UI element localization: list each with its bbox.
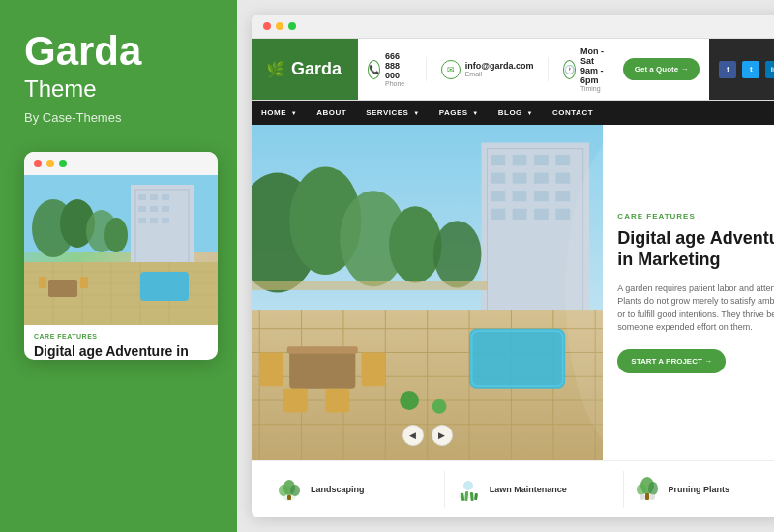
svg-rect-26 — [140, 272, 189, 301]
svg-rect-3 — [138, 194, 146, 200]
svg-rect-97 — [645, 493, 649, 500]
left-panel: Garda Theme By Case-Themes — [0, 0, 237, 532]
email-address: info@garda.com — [465, 61, 534, 71]
linkedin-icon[interactable]: in — [765, 61, 774, 78]
svg-rect-79 — [325, 389, 349, 413]
service-landscaping: Landscaping — [266, 471, 445, 508]
mini-browser-card: CARE FEATURES Digital age Adventure in — [24, 152, 218, 360]
mini-dot-yellow — [46, 160, 54, 167]
svg-rect-11 — [162, 218, 169, 223]
svg-rect-34 — [513, 155, 527, 165]
svg-rect-6 — [138, 206, 146, 212]
svg-rect-74 — [289, 350, 355, 389]
site-logo-area: 🌿 Garda — [252, 39, 358, 100]
site-header: 🌿 Garda 📞 666 888 000 Phone ✉ info@garda… — [252, 39, 774, 101]
nav-services-arrow: ▼ — [413, 110, 419, 116]
mini-card-title: Digital age Adventure in — [24, 342, 218, 360]
site-main: ◀ ▶ CARE FEATURES Digital age Adventure … — [252, 125, 774, 460]
svg-rect-38 — [513, 173, 527, 184]
svg-rect-40 — [555, 173, 570, 184]
svg-rect-39 — [534, 173, 549, 184]
nav-home[interactable]: HOME ▼ — [252, 101, 307, 125]
nav-blog-arrow: ▼ — [527, 110, 533, 116]
theme-author: By Case-Themes — [24, 110, 218, 125]
svg-rect-45 — [491, 209, 505, 220]
nav-services[interactable]: SERVICES ▼ — [356, 101, 430, 125]
svg-point-55 — [433, 221, 482, 287]
mini-dot-red — [34, 160, 42, 167]
start-project-button[interactable]: START A PROJECT → — [617, 349, 726, 373]
svg-point-86 — [290, 485, 300, 496]
hero-title: Digital age Adventure in Marketing — [617, 228, 774, 270]
svg-point-81 — [432, 399, 447, 414]
phone-label: Phone — [385, 80, 411, 87]
svg-point-54 — [389, 206, 442, 282]
svg-point-99 — [649, 494, 655, 500]
svg-rect-42 — [513, 191, 527, 201]
mini-care-label: CARE FEATURES — [24, 325, 218, 342]
browser-dot-yellow — [276, 22, 283, 30]
svg-rect-33 — [491, 155, 505, 165]
nav-pages-arrow: ▼ — [472, 110, 478, 116]
svg-rect-35 — [534, 155, 549, 165]
svg-rect-46 — [513, 209, 527, 220]
mini-dot-green — [59, 160, 67, 167]
nav-contact[interactable]: CONTACT — [543, 101, 603, 125]
browser-top-bar — [252, 15, 774, 39]
site-nav: HOME ▼ ABOUT SERVICES ▼ PAGES ▼ BLOG ▼ C… — [252, 101, 774, 125]
svg-rect-47 — [534, 209, 549, 220]
svg-point-96 — [648, 482, 658, 495]
facebook-icon[interactable]: f — [719, 61, 736, 78]
carousel-prev-button[interactable]: ◀ — [402, 425, 424, 446]
theme-title: Garda — [24, 29, 218, 74]
svg-rect-4 — [150, 194, 158, 200]
svg-rect-37 — [491, 173, 505, 184]
svg-point-95 — [637, 484, 646, 495]
lawn-label: Lawn Maintenance — [490, 485, 567, 494]
svg-rect-29 — [80, 277, 88, 288]
landscaping-label: Landscaping — [311, 485, 365, 494]
mini-browser-bar — [24, 152, 218, 175]
service-pruning: Pruning Plants — [624, 471, 774, 508]
care-features-label: CARE FEATURES — [617, 212, 774, 221]
theme-subtitle: Theme — [24, 75, 218, 103]
carousel-next-button[interactable]: ▶ — [432, 425, 453, 446]
twitter-icon[interactable]: t — [742, 61, 759, 78]
nav-blog[interactable]: BLOG ▼ — [489, 101, 543, 125]
svg-rect-87 — [287, 495, 291, 500]
pruning-label: Pruning Plants — [669, 485, 730, 494]
service-lawn: Lawn Maintenance — [445, 471, 624, 508]
phone-icon: 📞 — [368, 60, 380, 79]
svg-rect-72 — [469, 329, 565, 389]
svg-point-80 — [400, 391, 419, 410]
browser-window: 🌿 Garda 📞 666 888 000 Phone ✉ info@garda… — [252, 15, 774, 517]
contact-phone-details: 666 888 000 Phone — [385, 51, 411, 87]
svg-rect-48 — [555, 209, 570, 220]
logo-icon: 🌿 — [266, 60, 285, 78]
svg-point-15 — [104, 218, 128, 252]
svg-rect-41 — [491, 191, 505, 201]
svg-rect-8 — [162, 206, 169, 212]
svg-rect-56 — [252, 281, 488, 290]
contact-email-details: info@garda.com Email — [465, 61, 534, 77]
carousel-controls: ◀ ▶ — [402, 425, 453, 446]
svg-rect-5 — [162, 194, 169, 200]
landscaping-icon — [276, 476, 303, 503]
svg-rect-36 — [555, 155, 570, 165]
svg-rect-77 — [362, 352, 386, 386]
contact-bar: 📞 666 888 000 Phone ✉ info@garda.com Ema… — [358, 39, 709, 100]
svg-rect-78 — [283, 389, 308, 413]
get-quote-button[interactable]: Get a Quote → — [623, 58, 700, 80]
email-label: Email — [465, 71, 534, 77]
content-panel: CARE FEATURES Digital age Adventure in M… — [603, 125, 774, 460]
svg-rect-7 — [150, 206, 158, 212]
contact-phone: 📞 666 888 000 Phone — [368, 51, 411, 87]
nav-pages[interactable]: PAGES ▼ — [430, 101, 489, 125]
contact-timing: 🕐 Mon - Sat 9am - 6pm Timing — [563, 46, 609, 92]
phone-number: 666 888 000 — [385, 51, 411, 80]
logo-text: Garda — [291, 59, 342, 79]
nav-home-arrow: ▼ — [291, 110, 297, 116]
nav-about[interactable]: ABOUT — [307, 101, 356, 125]
mini-hero-image — [24, 175, 218, 325]
svg-rect-9 — [138, 218, 146, 223]
